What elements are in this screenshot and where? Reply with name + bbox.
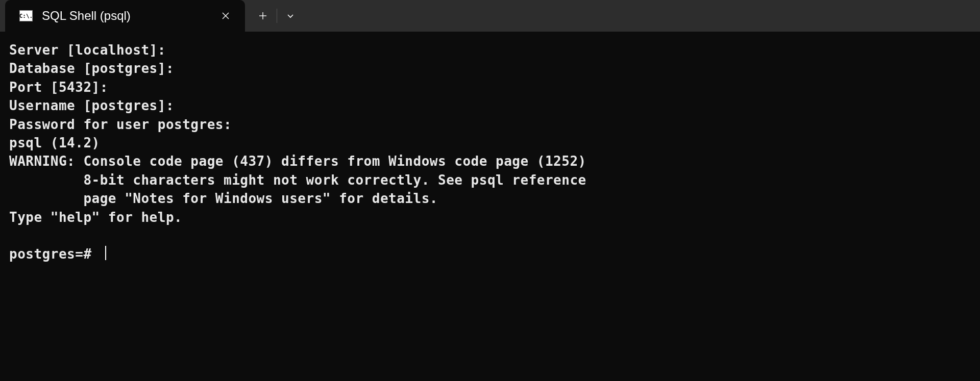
cmd-icon: C:\. [19,10,33,21]
divider [277,9,277,23]
prompt: postgres=# [9,245,100,263]
tab-actions [245,7,302,24]
terminal-output[interactable]: Server [localhost]: Database [postgres]:… [0,32,980,273]
terminal-line: Username [postgres]: [9,98,174,113]
terminal-line: Server [localhost]: [9,42,166,58]
terminal-line: WARNING: Console code page (437) differs… [9,154,586,169]
close-icon[interactable] [216,7,235,26]
terminal-line: psql (14.2) [9,135,100,150]
tab-dropdown-button[interactable] [279,8,302,24]
terminal-line: 8-bit characters might not work correctl… [9,172,586,188]
terminal-line: Type "help" for help. [9,210,182,225]
terminal-line: Port [5432]: [9,80,108,95]
terminal-line: Password for user postgres: [9,117,232,132]
tab-active[interactable]: C:\. SQL Shell (psql) [5,0,245,32]
terminal-line: page "Notes for Windows users" for detai… [9,191,438,206]
new-tab-button[interactable] [251,7,275,24]
terminal-line: Database [postgres]: [9,61,174,76]
tab-title: SQL Shell (psql) [42,9,216,23]
titlebar: C:\. SQL Shell (psql) [0,0,980,32]
cursor [105,246,106,260]
